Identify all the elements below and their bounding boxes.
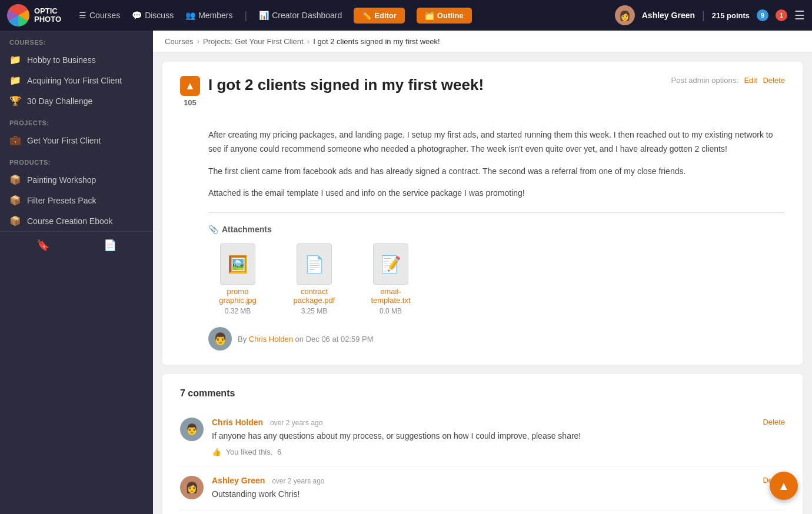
sidebar-item-30-day-challenge[interactable]: 🏆 30 Day Challenge xyxy=(0,91,153,111)
post-divider xyxy=(208,212,785,213)
breadcrumb: Courses › Projects: Get Your First Clien… xyxy=(153,31,812,52)
comment-2: 👩 Ashley Green over 2 years ago Outstand… xyxy=(180,466,785,510)
author-info: By Chris Holden on Dec 06 at 02:59 PM xyxy=(238,335,374,343)
attachments-list: 🖼️ promo graphic.jpg 0.32 MB 📄 contract … xyxy=(208,243,785,315)
post-container: ▲ 105 I got 2 clients signed in my first… xyxy=(162,62,803,365)
editor-button[interactable]: ✏️ Editor xyxy=(354,8,405,24)
edit-link[interactable]: Edit xyxy=(744,76,757,85)
sidebar: COURSES: 📁 Hobby to Business 📁 Acquiring… xyxy=(0,31,153,514)
breadcrumb-separator-2: › xyxy=(307,36,310,46)
breadcrumb-project[interactable]: Projects: Get Your First Client xyxy=(203,37,304,46)
author-avatar: 👨 xyxy=(208,327,232,351)
sidebar-bottom-row: 🔖 📄 xyxy=(0,231,153,259)
comment-time-1: over 2 years ago xyxy=(270,419,322,427)
nav-discuss[interactable]: 💬 Discuss xyxy=(132,11,174,20)
box-icon-2: 📦 xyxy=(9,195,21,206)
outline-icon: 🗂️ xyxy=(425,11,434,20)
sidebar-item-filter-presets[interactable]: 📦 Filter Presets Pack xyxy=(0,190,153,211)
nav-right: 👩 Ashley Green | 215 points 9 1 ☰ xyxy=(615,5,805,25)
paperclip-icon: 📎 xyxy=(208,225,218,234)
comment-delete-1[interactable]: Delete xyxy=(763,418,785,426)
like-count-1: 6 xyxy=(277,448,281,456)
fab-button[interactable]: ▲ xyxy=(770,472,798,500)
fab-icon: ▲ xyxy=(778,479,790,493)
nav-links: ☰ Courses 💬 Discuss 👥 Members | 📊 Creato… xyxy=(79,8,472,24)
folder-icon-2: 📁 xyxy=(9,75,21,86)
post-header: ▲ 105 I got 2 clients signed in my first… xyxy=(180,76,484,107)
comments-count: 7 comments xyxy=(180,388,785,399)
attachment-size-2: 3.25 MB xyxy=(301,307,328,315)
folder-icon: 📁 xyxy=(9,54,21,65)
post-paragraph-2: The first client came from facebook ads … xyxy=(208,165,785,179)
upvote-button[interactable]: ▲ xyxy=(180,76,200,96)
nav-creator-dashboard[interactable]: 📊 Creator Dashboard xyxy=(259,11,342,20)
attachment-icon-txt: 📝 xyxy=(373,243,408,285)
outline-button[interactable]: 🗂️ Outline xyxy=(417,8,472,24)
bookmark-icon[interactable]: 🔖 xyxy=(36,239,49,252)
user-name: Ashley Green xyxy=(642,11,695,20)
attachment-name-1: promo graphic.jpg xyxy=(208,287,267,305)
post-author: 👨 By Chris Holden on Dec 06 at 02:59 PM xyxy=(208,327,785,351)
courses-icon: ☰ xyxy=(79,11,86,20)
attachment-name-2: contract package.pdf xyxy=(285,287,344,305)
box-icon: 📦 xyxy=(9,174,21,185)
document-icon[interactable]: 📄 xyxy=(104,239,117,252)
attachment-name-3: email-template.txt xyxy=(361,287,420,305)
briefcase-icon: 💼 xyxy=(9,135,21,146)
comment-time-2: over 2 years ago xyxy=(272,477,324,485)
post-admin-options: Post admin options: Edit Delete xyxy=(671,76,785,85)
attachment-icon-pdf: 📄 xyxy=(297,243,332,285)
discuss-icon: 💬 xyxy=(132,11,142,20)
sidebar-item-get-first-client[interactable]: 💼 Get Your First Client xyxy=(0,130,153,151)
logo-icon xyxy=(7,4,29,26)
products-section-label: PRODUCTS: xyxy=(0,151,153,169)
attachment-size-1: 0.32 MB xyxy=(225,307,251,315)
logo[interactable]: OPTIC PHOTO xyxy=(7,4,61,26)
breadcrumb-courses[interactable]: Courses xyxy=(165,37,193,46)
author-name-link[interactable]: Chris Holden xyxy=(249,335,293,343)
sidebar-item-course-creation[interactable]: 📦 Course Creation Ebook xyxy=(0,211,153,231)
pencil-icon: ✏️ xyxy=(362,11,371,20)
content-area: Courses › Projects: Get Your First Clien… xyxy=(153,31,812,514)
breadcrumb-separator-1: › xyxy=(197,36,199,46)
nav-members[interactable]: 👥 Members xyxy=(185,11,232,20)
attachments-section: 📎 Attachments 🖼️ promo graphic.jpg 0.32 … xyxy=(208,225,785,315)
nav-separator: | xyxy=(245,9,248,22)
hamburger-icon[interactable]: ☰ xyxy=(794,8,805,22)
comment-avatar-1: 👨 xyxy=(180,418,204,441)
projects-section-label: PROJECTS: xyxy=(0,111,153,130)
comment-text-2: Outstanding work Chris! xyxy=(212,488,785,500)
nav-courses[interactable]: ☰ Courses xyxy=(79,11,120,20)
avatar: 👩 xyxy=(615,5,635,25)
comment-like-1[interactable]: 👍 You liked this. 6 xyxy=(212,448,785,456)
delete-link[interactable]: Delete xyxy=(763,76,785,85)
sidebar-item-acquiring-first-client[interactable]: 📁 Acquiring Your First Client xyxy=(0,70,153,91)
post-title: I got 2 clients signed in my first week! xyxy=(208,76,484,94)
trophy-icon: 🏆 xyxy=(9,95,21,106)
attachment-item-2[interactable]: 📄 contract package.pdf 3.25 MB xyxy=(285,243,344,315)
user-points: 215 points xyxy=(712,11,750,20)
chart-icon: 📊 xyxy=(259,11,269,20)
attachment-size-3: 0.0 MB xyxy=(380,307,402,315)
comment-author-2[interactable]: Ashley Green xyxy=(212,476,265,485)
box-icon-3: 📦 xyxy=(9,215,21,226)
sidebar-item-painting-workshop[interactable]: 📦 Painting Workshop xyxy=(0,169,153,190)
attachments-label: 📎 Attachments xyxy=(208,225,785,234)
notification-badge-2[interactable]: 1 xyxy=(776,9,787,21)
post-upvote: ▲ 105 xyxy=(180,76,200,107)
upvote-count: 105 xyxy=(184,98,197,107)
comment-avatar-2: 👩 xyxy=(180,476,204,499)
comment-body-2: Ashley Green over 2 years ago Outstandin… xyxy=(212,476,785,500)
attachment-icon-img: 🖼️ xyxy=(220,243,255,285)
logo-text: OPTIC PHOTO xyxy=(34,7,61,24)
attachment-item-1[interactable]: 🖼️ promo graphic.jpg 0.32 MB xyxy=(208,243,267,315)
notification-badge-1[interactable]: 9 xyxy=(757,9,768,21)
comment-1: 👨 Chris Holden over 2 years ago If anyon… xyxy=(180,408,785,466)
courses-section-label: COURSES: xyxy=(0,31,153,49)
comment-author-1[interactable]: Chris Holden xyxy=(212,418,263,427)
members-icon: 👥 xyxy=(185,11,195,20)
post-paragraph-3: Attached is the email template I used an… xyxy=(208,186,785,201)
attachment-item-3[interactable]: 📝 email-template.txt 0.0 MB xyxy=(361,243,420,315)
sidebar-item-hobby-to-business[interactable]: 📁 Hobby to Business xyxy=(0,49,153,70)
navbar: OPTIC PHOTO ☰ Courses 💬 Discuss 👥 Member… xyxy=(0,0,812,31)
